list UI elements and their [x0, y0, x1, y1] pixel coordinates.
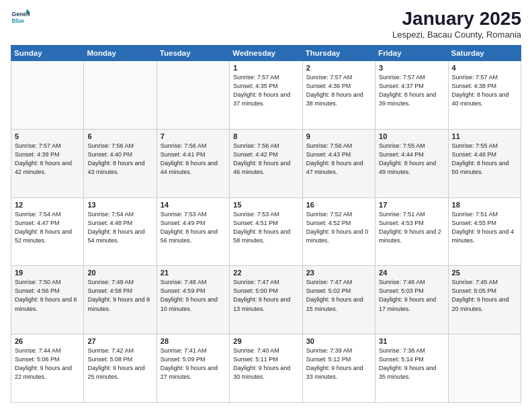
day-cell: 6Sunrise: 7:56 AM Sunset: 4:40 PM Daylig… — [84, 129, 157, 197]
day-info: Sunrise: 7:56 AM Sunset: 4:40 PM Dayligh… — [87, 142, 152, 177]
day-number: 2 — [306, 64, 371, 72]
day-header-tuesday: Tuesday — [157, 46, 229, 61]
day-info: Sunrise: 7:56 AM Sunset: 4:43 PM Dayligh… — [306, 142, 371, 177]
day-info: Sunrise: 7:47 AM Sunset: 5:00 PM Dayligh… — [233, 278, 298, 313]
day-info: Sunrise: 7:55 AM Sunset: 4:46 PM Dayligh… — [452, 142, 517, 177]
day-cell: 29Sunrise: 7:40 AM Sunset: 5:11 PM Dayli… — [230, 334, 302, 403]
day-cell: 17Sunrise: 7:51 AM Sunset: 4:53 PM Dayli… — [375, 197, 448, 266]
day-info: Sunrise: 7:48 AM Sunset: 4:59 PM Dayligh… — [161, 278, 226, 313]
day-info: Sunrise: 7:57 AM Sunset: 4:36 PM Dayligh… — [306, 73, 371, 108]
day-info: Sunrise: 7:49 AM Sunset: 4:58 PM Dayligh… — [87, 278, 152, 313]
day-info: Sunrise: 7:54 AM Sunset: 4:47 PM Dayligh… — [15, 210, 80, 245]
week-row-2: 5Sunrise: 7:57 AM Sunset: 4:39 PM Daylig… — [11, 129, 521, 197]
day-cell: 7Sunrise: 7:56 AM Sunset: 4:41 PM Daylig… — [157, 129, 229, 197]
day-info: Sunrise: 7:41 AM Sunset: 5:09 PM Dayligh… — [161, 347, 226, 381]
day-cell: 1Sunrise: 7:57 AM Sunset: 4:35 PM Daylig… — [230, 61, 302, 130]
day-cell: 19Sunrise: 7:50 AM Sunset: 4:56 PM Dayli… — [11, 266, 84, 334]
day-cell: 20Sunrise: 7:49 AM Sunset: 4:58 PM Dayli… — [84, 266, 157, 334]
day-info: Sunrise: 7:42 AM Sunset: 5:08 PM Dayligh… — [87, 347, 152, 381]
day-info: Sunrise: 7:53 AM Sunset: 4:51 PM Dayligh… — [233, 210, 298, 245]
day-info: Sunrise: 7:57 AM Sunset: 4:35 PM Dayligh… — [233, 73, 298, 108]
day-cell: 14Sunrise: 7:53 AM Sunset: 4:49 PM Dayli… — [157, 197, 229, 266]
day-info: Sunrise: 7:50 AM Sunset: 4:56 PM Dayligh… — [15, 278, 80, 313]
day-info: Sunrise: 7:56 AM Sunset: 4:41 PM Dayligh… — [161, 142, 226, 177]
day-cell: 4Sunrise: 7:57 AM Sunset: 4:38 PM Daylig… — [448, 61, 521, 130]
day-cell — [11, 61, 84, 130]
day-cell: 22Sunrise: 7:47 AM Sunset: 5:00 PM Dayli… — [230, 266, 302, 334]
day-number: 6 — [87, 132, 152, 140]
day-cell — [157, 61, 229, 130]
day-info: Sunrise: 7:54 AM Sunset: 4:48 PM Dayligh… — [87, 210, 152, 245]
day-cell: 8Sunrise: 7:56 AM Sunset: 4:42 PM Daylig… — [230, 129, 302, 197]
logo-icon: General Blue — [11, 8, 30, 27]
day-number: 8 — [233, 132, 298, 140]
day-number: 12 — [15, 201, 80, 209]
header-row: SundayMondayTuesdayWednesdayThursdayFrid… — [11, 46, 521, 61]
month-title: January 2025 — [392, 8, 521, 30]
day-header-wednesday: Wednesday — [230, 46, 302, 61]
day-info: Sunrise: 7:51 AM Sunset: 4:53 PM Dayligh… — [379, 210, 444, 245]
day-info: Sunrise: 7:51 AM Sunset: 4:55 PM Dayligh… — [452, 210, 517, 245]
day-number: 9 — [306, 132, 371, 140]
day-cell: 26Sunrise: 7:44 AM Sunset: 5:06 PM Dayli… — [11, 334, 84, 403]
day-cell: 2Sunrise: 7:57 AM Sunset: 4:36 PM Daylig… — [302, 61, 375, 130]
day-cell: 25Sunrise: 7:45 AM Sunset: 5:05 PM Dayli… — [448, 266, 521, 334]
day-number: 31 — [379, 337, 444, 345]
day-number: 14 — [161, 201, 226, 209]
day-number: 27 — [87, 337, 152, 345]
page: General Blue January 2025 Lespezi, Bacau… — [0, 0, 532, 411]
day-number: 20 — [87, 269, 152, 277]
day-info: Sunrise: 7:44 AM Sunset: 5:06 PM Dayligh… — [15, 347, 80, 381]
day-cell: 15Sunrise: 7:53 AM Sunset: 4:51 PM Dayli… — [230, 197, 302, 266]
calendar-table: SundayMondayTuesdayWednesdayThursdayFrid… — [11, 45, 521, 403]
day-header-thursday: Thursday — [302, 46, 375, 61]
day-number: 5 — [15, 132, 80, 140]
day-number: 7 — [161, 132, 226, 140]
day-header-friday: Friday — [375, 46, 448, 61]
subtitle: Lespezi, Bacau County, Romania — [392, 30, 521, 40]
day-number: 3 — [379, 64, 444, 72]
day-number: 1 — [233, 64, 298, 72]
day-info: Sunrise: 7:56 AM Sunset: 4:42 PM Dayligh… — [233, 142, 298, 177]
day-number: 19 — [15, 269, 80, 277]
day-cell: 27Sunrise: 7:42 AM Sunset: 5:08 PM Dayli… — [84, 334, 157, 403]
logo: General Blue — [11, 8, 30, 27]
day-info: Sunrise: 7:57 AM Sunset: 4:39 PM Dayligh… — [15, 142, 80, 177]
day-header-saturday: Saturday — [448, 46, 521, 61]
day-cell: 16Sunrise: 7:52 AM Sunset: 4:52 PM Dayli… — [302, 197, 375, 266]
day-number: 22 — [233, 269, 298, 277]
day-cell — [448, 334, 521, 403]
day-cell: 31Sunrise: 7:38 AM Sunset: 5:14 PM Dayli… — [375, 334, 448, 403]
day-info: Sunrise: 7:38 AM Sunset: 5:14 PM Dayligh… — [379, 347, 444, 381]
day-info: Sunrise: 7:47 AM Sunset: 5:02 PM Dayligh… — [306, 278, 371, 313]
day-info: Sunrise: 7:46 AM Sunset: 5:03 PM Dayligh… — [379, 278, 444, 313]
day-number: 23 — [306, 269, 371, 277]
day-number: 18 — [452, 201, 517, 209]
day-number: 26 — [15, 337, 80, 345]
day-info: Sunrise: 7:39 AM Sunset: 5:12 PM Dayligh… — [306, 347, 371, 381]
day-cell: 9Sunrise: 7:56 AM Sunset: 4:43 PM Daylig… — [302, 129, 375, 197]
day-cell — [84, 61, 157, 130]
day-header-sunday: Sunday — [11, 46, 84, 61]
day-cell: 18Sunrise: 7:51 AM Sunset: 4:55 PM Dayli… — [448, 197, 521, 266]
day-cell: 23Sunrise: 7:47 AM Sunset: 5:02 PM Dayli… — [302, 266, 375, 334]
day-cell: 10Sunrise: 7:55 AM Sunset: 4:44 PM Dayli… — [375, 129, 448, 197]
day-number: 28 — [161, 337, 226, 345]
day-number: 24 — [379, 269, 444, 277]
day-number: 21 — [161, 269, 226, 277]
day-info: Sunrise: 7:57 AM Sunset: 4:37 PM Dayligh… — [379, 73, 444, 108]
week-row-4: 19Sunrise: 7:50 AM Sunset: 4:56 PM Dayli… — [11, 266, 521, 334]
day-number: 15 — [233, 201, 298, 209]
day-cell: 5Sunrise: 7:57 AM Sunset: 4:39 PM Daylig… — [11, 129, 84, 197]
day-number: 11 — [452, 132, 517, 140]
week-row-3: 12Sunrise: 7:54 AM Sunset: 4:47 PM Dayli… — [11, 197, 521, 266]
day-cell: 24Sunrise: 7:46 AM Sunset: 5:03 PM Dayli… — [375, 266, 448, 334]
day-cell: 3Sunrise: 7:57 AM Sunset: 4:37 PM Daylig… — [375, 61, 448, 130]
day-cell: 13Sunrise: 7:54 AM Sunset: 4:48 PM Dayli… — [84, 197, 157, 266]
day-number: 10 — [379, 132, 444, 140]
day-number: 29 — [233, 337, 298, 345]
day-number: 17 — [379, 201, 444, 209]
day-info: Sunrise: 7:40 AM Sunset: 5:11 PM Dayligh… — [233, 347, 298, 381]
day-number: 30 — [306, 337, 371, 345]
week-row-1: 1Sunrise: 7:57 AM Sunset: 4:35 PM Daylig… — [11, 61, 521, 130]
